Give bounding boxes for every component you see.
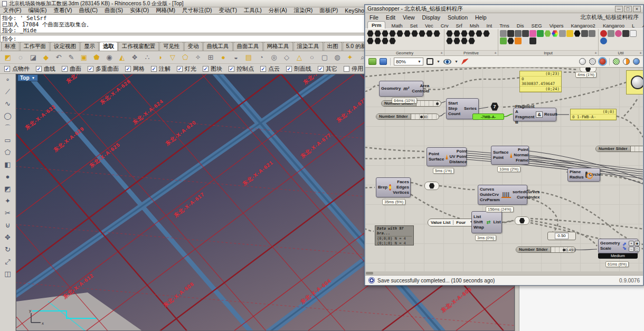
gh-tab-display[interactable]: Dis xyxy=(515,23,526,29)
filter-curves[interactable]: ✓曲线 xyxy=(36,65,55,73)
mesh-icon[interactable] xyxy=(500,37,507,44)
component-icon[interactable] xyxy=(453,30,460,37)
select-id-icon[interactable]: ▣ xyxy=(79,53,89,62)
area-component[interactable]: Geometry m² AreaCentroid xyxy=(379,81,423,97)
preview-eye-icon[interactable] xyxy=(443,59,451,64)
select-light-icon[interactable]: ● xyxy=(219,53,228,62)
polyline-tool-icon[interactable]: ⟋ xyxy=(5,88,10,96)
scale-x-button[interactable]: × xyxy=(629,241,634,246)
component-icon[interactable] xyxy=(389,30,396,37)
filter-surfaces[interactable]: ✓曲面 xyxy=(62,65,81,73)
trim-tool-icon[interactable]: ✂ xyxy=(5,210,11,217)
select-pipe-icon[interactable]: ◍ xyxy=(333,53,342,62)
select-dup-icon[interactable]: ❖ xyxy=(130,53,139,62)
save-file-icon[interactable] xyxy=(380,58,387,65)
gh-tab-curve[interactable]: Crv xyxy=(439,23,450,29)
tab-render-tools[interactable]: 渲染工具 xyxy=(293,42,323,51)
component-icon[interactable] xyxy=(382,37,389,44)
gh-tab-sets[interactable]: Set xyxy=(409,23,419,29)
param-pill[interactable] xyxy=(424,182,439,190)
rotate-tool-icon[interactable]: ↻ xyxy=(5,246,11,253)
select-last-icon[interactable]: △ xyxy=(295,53,304,62)
scale-box-button[interactable]: ▢ xyxy=(634,247,640,252)
filter-others[interactable]: ✓其它 xyxy=(318,65,337,73)
gh-menu-view[interactable]: View xyxy=(403,14,415,21)
button-icon[interactable] xyxy=(515,30,522,37)
tree-icon[interactable] xyxy=(622,30,629,37)
component-icon[interactable] xyxy=(461,30,468,37)
component-icon[interactable] xyxy=(389,37,396,44)
select-cage-icon[interactable]: ▢ xyxy=(320,53,329,62)
gh-menu-solution[interactable]: Solution xyxy=(448,14,468,21)
palette-expand-icon[interactable]: + xyxy=(639,51,642,55)
target-icon[interactable] xyxy=(559,30,566,37)
component-icon[interactable] xyxy=(468,37,475,44)
preview-shaded-icon[interactable] xyxy=(599,58,606,65)
menu-surface[interactable]: 曲面(S) xyxy=(105,7,123,14)
import-3dm-icon[interactable] xyxy=(529,37,536,44)
component-icon[interactable] xyxy=(411,30,418,37)
component-icon[interactable] xyxy=(446,37,453,44)
tab-standard[interactable]: 标准 xyxy=(1,42,20,51)
md-slider-icon[interactable] xyxy=(537,30,544,37)
param-pill[interactable] xyxy=(515,216,529,225)
slider-icon[interactable] xyxy=(500,30,507,37)
evaluate-surface-component[interactable]: SurfacePoint PointNormalFrame xyxy=(491,146,529,165)
rectangle-tool-icon[interactable]: ▭ xyxy=(4,137,11,144)
menu-curve[interactable]: 曲线(C) xyxy=(79,7,98,14)
move-tool-icon[interactable]: ✥ xyxy=(5,234,11,241)
select-clipping-icon[interactable]: ◔ xyxy=(257,53,266,62)
gh-tab-mesh[interactable]: Msh xyxy=(468,23,481,29)
fwb-panel[interactable]: (0;0) 0 1-FWB-A- xyxy=(570,109,617,120)
minimize-icon[interactable]: ─ xyxy=(615,6,623,12)
gh-tab-vipers[interactable]: Vipers xyxy=(548,23,565,29)
menu-dimension[interactable]: 尺寸标注(D) xyxy=(182,7,212,14)
gh-menu-display[interactable]: Display xyxy=(422,14,440,21)
select-group-icon[interactable]: ◎ xyxy=(269,53,279,62)
tab-viewport-layout[interactable]: 工作视窗配置 xyxy=(118,42,159,51)
tab-display[interactable]: 显示 xyxy=(80,42,99,51)
green-panel[interactable]: -7MB-A- xyxy=(472,114,504,120)
clock-icon[interactable] xyxy=(507,37,514,44)
arc-tool-icon[interactable]: ⌒ xyxy=(4,125,11,132)
select-mesh-icon[interactable]: ✧ xyxy=(193,53,203,62)
menu-file[interactable]: 文件(F) xyxy=(3,7,21,14)
mini-slider[interactable]: 0.50 xyxy=(547,232,576,240)
colour-wheel-icon[interactable] xyxy=(552,30,558,37)
curve-tool-icon[interactable]: ∿ xyxy=(5,100,11,108)
gh-document-name[interactable]: 北京机场_铝板提料程序 xyxy=(580,14,639,21)
scrollbar-thumb[interactable] xyxy=(366,272,373,275)
select-srf-icon[interactable]: ▽ xyxy=(168,53,177,62)
open-file-icon[interactable] xyxy=(368,58,376,65)
relay-icon[interactable] xyxy=(608,30,614,37)
tab-select[interactable]: 选取 xyxy=(99,42,118,51)
number-slider-2[interactable]: Number Slider 30 xyxy=(376,114,439,120)
tab-drafting[interactable]: 出图 xyxy=(324,42,342,51)
join-tool-icon[interactable]: ⊍ xyxy=(5,222,11,229)
tab-visibility[interactable]: 可见性 xyxy=(159,42,184,51)
sketch-pen-icon[interactable] xyxy=(461,59,469,65)
component-icon[interactable] xyxy=(426,30,433,37)
surface-tool-icon[interactable]: ◧ xyxy=(4,161,11,168)
select-layer-icon[interactable]: ◭ xyxy=(117,53,127,62)
component-icon[interactable] xyxy=(396,30,403,37)
axis-icon[interactable] xyxy=(589,30,595,37)
palette-expand-icon[interactable]: + xyxy=(594,51,597,55)
component-icon[interactable] xyxy=(468,30,475,37)
tab-transform[interactable]: 变动 xyxy=(184,42,203,51)
undo-select-icon[interactable]: ↶ xyxy=(54,53,63,62)
menu-mesh[interactable]: 网格(M) xyxy=(156,7,175,14)
tab-surface-tools[interactable]: 曲面工具 xyxy=(233,42,263,51)
explode-tool-icon[interactable]: ✦ xyxy=(5,197,11,205)
select-window-icon[interactable]: ◪ xyxy=(29,53,38,62)
select-color-icon[interactable]: ◉ xyxy=(105,53,114,62)
menu-transform[interactable]: 变动(T) xyxy=(219,7,237,14)
component-icon[interactable] xyxy=(476,30,482,37)
select-prev-icon[interactable]: ◇ xyxy=(282,53,291,62)
knob-orb[interactable] xyxy=(631,75,643,89)
select-hatch-icon[interactable]: ▤ xyxy=(244,53,253,62)
menu-solid[interactable]: 实体(O) xyxy=(130,7,149,14)
select-brush-icon[interactable]: ◌ xyxy=(16,53,25,62)
filter-point-clouds[interactable]: ✓点云 xyxy=(260,65,280,73)
polygon-tool-icon[interactable]: ⬠ xyxy=(5,149,11,156)
